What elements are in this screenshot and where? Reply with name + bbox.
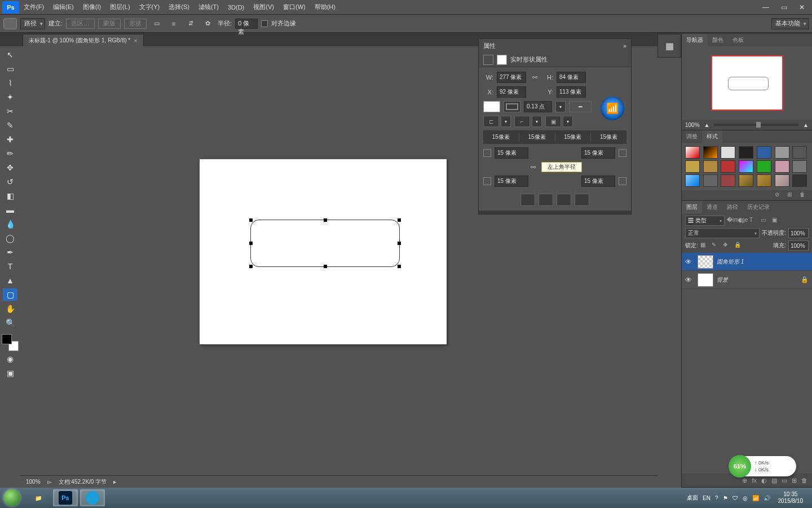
zoom-slider[interactable]	[714, 124, 798, 126]
fill-swatch[interactable]	[483, 101, 500, 112]
gradient-tool[interactable]: ▬	[3, 204, 17, 216]
close-button[interactable]: ✕	[794, 2, 810, 13]
tray-help-icon[interactable]: ?	[715, 495, 718, 501]
style-swatch[interactable]	[775, 160, 789, 173]
handle-mr[interactable]	[398, 242, 401, 245]
dodge-tool[interactable]: ◯	[3, 232, 17, 244]
tab-layers[interactable]: 图层	[682, 201, 702, 213]
style-swatch[interactable]	[775, 146, 789, 159]
menu-select[interactable]: 选择(S)	[164, 3, 194, 11]
zoom-in-icon[interactable]: ▲	[803, 122, 809, 128]
tab-navigator[interactable]: 导航器	[682, 34, 708, 46]
make-mask-button[interactable]: 蒙版	[98, 19, 121, 29]
layer-row[interactable]: 👁 圆角矩形 1	[682, 253, 812, 271]
style-swatch[interactable]	[739, 146, 753, 159]
layer-fx-icon[interactable]: fx	[752, 477, 757, 484]
collapse-icon[interactable]: »	[623, 42, 626, 49]
style-swatch[interactable]	[703, 146, 718, 159]
path-select-tool[interactable]: ▲	[3, 274, 17, 287]
gear-icon[interactable]: ✿	[201, 18, 214, 29]
menu-type[interactable]: 文字(Y)	[135, 3, 165, 11]
path-exclude[interactable]	[575, 194, 589, 206]
navigator-thumbnail[interactable]	[682, 46, 812, 120]
style-swatch[interactable]	[685, 146, 700, 159]
style-swatch[interactable]	[792, 160, 807, 173]
layer-filter-kind[interactable]: ☰ 类型	[685, 216, 725, 226]
navigator-zoom[interactable]: 100%	[685, 122, 700, 128]
tab-channels[interactable]: 通道	[702, 201, 722, 213]
handle-br[interactable]	[398, 265, 401, 268]
document-tab[interactable]: 未标题-1 @ 100% (圆角矩形 1, RGB/8) * ×	[23, 34, 144, 46]
join-dropdown[interactable]: ▾	[532, 116, 542, 127]
link-corners-icon[interactable]: ⚯	[528, 162, 538, 172]
style-swatch[interactable]	[792, 146, 807, 159]
task-explorer[interactable]: 📁	[26, 489, 51, 506]
rounded-rect-shape[interactable]	[250, 220, 400, 267]
corner-bl-icon[interactable]	[483, 177, 491, 185]
style-swatch[interactable]	[721, 146, 735, 159]
link-layers-icon[interactable]: ⊕	[742, 477, 747, 484]
new-style-icon[interactable]: ⊞	[787, 191, 796, 199]
corner-br-icon[interactable]	[619, 177, 626, 185]
stroke-dropdown[interactable]: ▾	[555, 101, 566, 112]
filter-pixel-icon[interactable]: �image	[727, 217, 736, 225]
color-swatches[interactable]	[2, 334, 19, 351]
make-shape-button[interactable]: 形状	[124, 19, 147, 29]
close-tab-icon[interactable]: ×	[134, 37, 137, 44]
style-swatch[interactable]	[775, 174, 789, 187]
style-swatch[interactable]	[757, 174, 771, 187]
menu-help[interactable]: 帮助(H)	[310, 3, 340, 11]
corner-bl-field[interactable]: 15 像素	[495, 176, 528, 187]
panel-resize-handle[interactable]	[479, 211, 631, 214]
handle-ml[interactable]	[249, 242, 253, 245]
make-selection-button[interactable]: 选区…	[66, 19, 95, 29]
corner-tr-field[interactable]: 15 像素	[581, 147, 615, 159]
menu-layer[interactable]: 图层(L)	[105, 3, 134, 11]
menu-file[interactable]: 文件(F)	[19, 3, 48, 11]
style-swatch[interactable]	[703, 174, 718, 187]
handle-tl[interactable]	[249, 218, 253, 222]
style-swatch[interactable]	[721, 160, 735, 173]
trash-icon[interactable]: 🗑	[800, 191, 809, 199]
zoom-out-icon[interactable]: ▲	[704, 122, 710, 128]
menu-filter[interactable]: 滤镜(T)	[194, 3, 223, 11]
fg-color-swatch[interactable]	[2, 334, 12, 344]
link-wh-icon[interactable]: ⚯	[529, 72, 540, 82]
radius-field[interactable]: 0 像素	[235, 19, 258, 29]
minimize-button[interactable]: —	[758, 2, 774, 13]
show-desktop[interactable]: 桌面	[687, 494, 698, 502]
filter-adjust-icon[interactable]: ◐	[738, 217, 747, 225]
eraser-tool[interactable]: ◧	[3, 190, 17, 202]
x-field[interactable]: 92 像素	[497, 86, 526, 98]
align-edges-checkbox[interactable]	[261, 20, 268, 27]
style-swatch[interactable]	[685, 174, 700, 187]
join-miter[interactable]: ⌐	[514, 116, 530, 127]
path-combine[interactable]	[520, 194, 535, 206]
handle-tr[interactable]	[398, 218, 401, 222]
path-intersect[interactable]	[557, 194, 571, 206]
brush-tool[interactable]: ✏	[3, 147, 17, 160]
style-swatch[interactable]	[792, 174, 807, 187]
align-inside[interactable]: ▣	[545, 116, 561, 127]
ime-indicator[interactable]: EN	[703, 495, 710, 501]
blur-tool[interactable]: 💧	[3, 218, 17, 230]
blend-mode-select[interactable]: 正常	[685, 228, 760, 238]
corner-tr-icon[interactable]	[619, 149, 626, 157]
clear-style-icon[interactable]: ⊘	[775, 191, 784, 199]
zoom-tool[interactable]: 🔍	[3, 317, 17, 329]
style-swatch[interactable]	[721, 174, 735, 187]
menu-image[interactable]: 图像(I)	[78, 3, 105, 11]
rounded-rect-tool-icon[interactable]	[3, 18, 17, 29]
type-tool[interactable]: T	[3, 260, 17, 273]
tray-flag-icon[interactable]: ⚑	[723, 495, 728, 501]
tray-360-icon[interactable]: ◎	[743, 495, 748, 501]
filter-smart-icon[interactable]: ▣	[772, 217, 781, 225]
tray-shield-icon[interactable]: 🛡	[732, 495, 738, 501]
lock-trans-icon[interactable]: ▦	[700, 242, 709, 249]
tab-paths[interactable]: 路径	[722, 201, 743, 213]
handle-tc[interactable]	[324, 218, 327, 222]
maximize-button[interactable]: ▭	[776, 2, 792, 13]
history-brush-tool[interactable]: ↺	[3, 176, 17, 188]
tab-styles[interactable]: 样式	[702, 130, 722, 143]
network-widget[interactable]: 61% ↑ 0K/s ↓ 0K/s	[730, 456, 796, 476]
